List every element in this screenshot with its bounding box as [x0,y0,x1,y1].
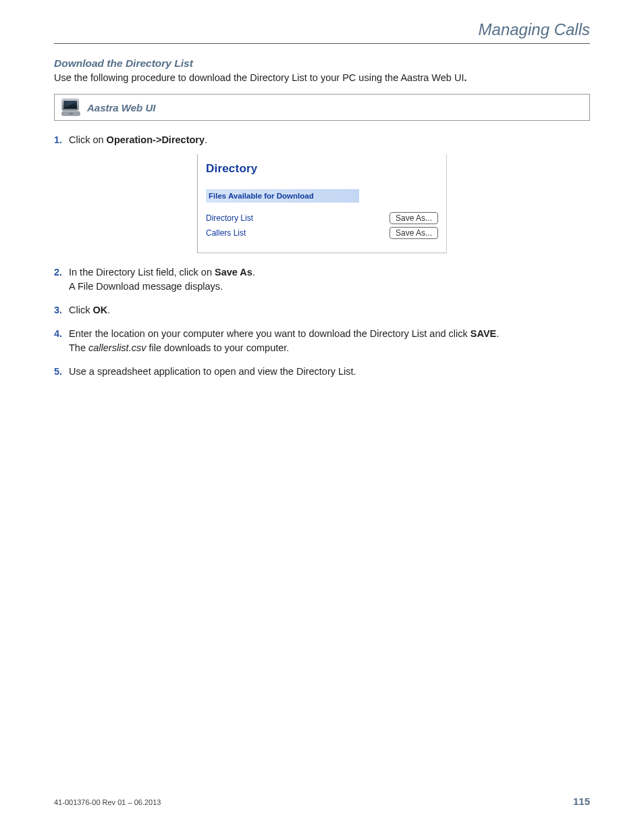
step-1-post: . [205,134,207,145]
callout-label: Aastra Web UI [87,102,155,113]
step-2-bold: Save As [215,267,252,278]
step-5: Use a spreadsheet application to open an… [54,365,590,379]
step-1-pre: Click on [69,134,107,145]
page-footer: 41-001376-00 Rev 01 – 06.2013 115 [54,796,590,807]
computer-icon [61,99,80,116]
section-intro: Use the following procedure to download … [54,72,590,83]
screenshot-heading: Directory [206,161,438,178]
step-4-pre: Enter the location on your computer wher… [69,328,471,339]
procedure-steps: Click on Operation->Directory. Directory… [54,133,590,379]
step-4-bold: SAVE [471,328,496,339]
step-2-pre: In the Directory List field, click on [69,267,215,278]
save-as-callers-button[interactable]: Save As... [390,227,438,239]
save-as-directory-button[interactable]: Save As... [390,212,438,224]
screenshot-directory-label: Directory List [206,213,253,224]
footer-page-number: 115 [573,796,590,807]
section-title: Download the Directory List [54,57,590,70]
step-3-bold: OK [92,305,107,315]
screenshot-subheading: Files Available for Download [206,189,359,203]
step-2-post: . [252,267,255,278]
screenshot-panel: Directory Files Available for Download D… [197,154,447,253]
step-4-filename: callerslist.csv [88,342,146,353]
screenshot-row-directory: Directory List Save As... [206,212,438,224]
step-1-bold: Operation->Directory [107,134,205,145]
step-4-line2a: The [69,342,88,353]
intro-period: . [464,72,466,83]
step-4: Enter the location on your computer wher… [54,327,590,355]
step-4-line2b: file downloads to your computer. [146,342,289,353]
header-rule [54,43,590,44]
step-2-line2: A File Download message displays. [69,281,223,292]
step-1: Click on Operation->Directory. Directory… [54,133,590,253]
screenshot-callers-label: Callers List [206,228,246,239]
step-3-pre: Click [69,305,92,315]
step-5-text: Use a spreadsheet application to open an… [69,366,356,377]
step-4-post: . [496,328,499,339]
intro-text: Use the following procedure to download … [54,72,464,83]
step-3-post: . [107,305,110,315]
screenshot-row-callers: Callers List Save As... [206,227,438,239]
chapter-title: Managing Calls [54,20,590,39]
svg-rect-2 [69,113,74,114]
footer-docid: 41-001376-00 Rev 01 – 06.2013 [54,798,161,806]
step-3: Click OK. [54,303,590,317]
step-2: In the Directory List field, click on Sa… [54,265,590,294]
callout-box: Aastra Web UI [54,94,590,121]
